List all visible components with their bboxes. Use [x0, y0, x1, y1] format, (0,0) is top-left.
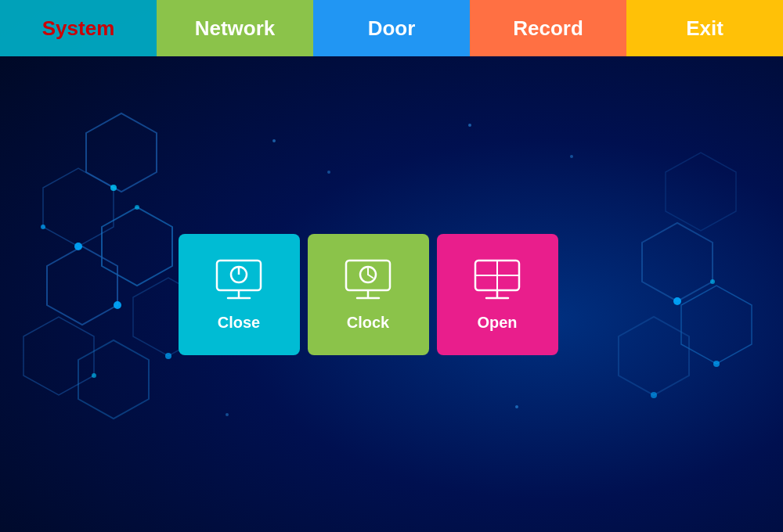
nav-door[interactable]: Door [313, 0, 470, 56]
main-content: Close Clock [0, 56, 783, 532]
nav-network-label: Network [195, 16, 276, 41]
navbar: System Network Door Record Exit [0, 0, 783, 56]
svg-rect-28 [217, 261, 261, 290]
nav-door-label: Door [368, 16, 416, 41]
nav-record[interactable]: Record [470, 0, 626, 56]
close-label: Close [218, 314, 260, 332]
nav-system-label: System [42, 16, 115, 41]
card-list: Close Clock [179, 234, 558, 355]
open-button[interactable]: Open [437, 234, 558, 355]
close-button[interactable]: Close [179, 234, 300, 355]
nav-exit-label: Exit [686, 16, 723, 41]
clock-label: Clock [347, 314, 389, 332]
nav-exit[interactable]: Exit [626, 0, 783, 56]
nav-record-label: Record [513, 16, 583, 41]
open-label: Open [477, 314, 517, 332]
nav-network[interactable]: Network [157, 0, 313, 56]
clock-button[interactable]: Clock [308, 234, 429, 355]
power-icon [211, 257, 267, 304]
nav-system[interactable]: System [0, 0, 157, 56]
clock-icon [340, 257, 396, 304]
svg-line-36 [368, 275, 373, 278]
grid-icon [469, 257, 525, 304]
